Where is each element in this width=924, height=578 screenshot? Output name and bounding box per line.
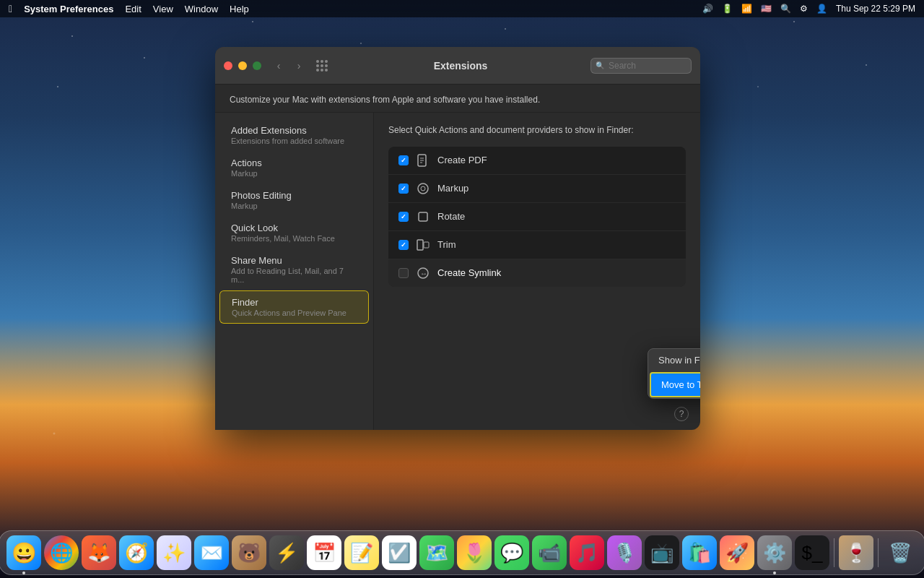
app-name-menu[interactable]: System Preferences: [24, 4, 113, 14]
close-button[interactable]: [224, 61, 232, 70]
control-center-icon[interactable]: ⚙: [800, 4, 808, 14]
dock-icon-terminal[interactable]: $_: [795, 535, 829, 570]
dock-icon-launchpad[interactable]: 🚀: [720, 535, 754, 570]
sidebar: Added Extensions Extensions from added s…: [215, 113, 374, 430]
traffic-lights: [224, 61, 261, 70]
window-title: Extensions: [331, 60, 590, 72]
dock-icon-mail[interactable]: ✉️: [194, 535, 229, 570]
dock-icon-appstore[interactable]: 🛍️: [682, 535, 717, 570]
subtitle-text: Customize your Mac with extensions from …: [215, 85, 700, 113]
search-input[interactable]: [590, 58, 692, 74]
dock-icon-messages[interactable]: 💬: [494, 535, 529, 570]
sidebar-item-share-menu[interactable]: Share Menu Add to Reading List, Mail, an…: [219, 249, 369, 290]
markup-icon: [416, 181, 430, 196]
sidebar-item-photos-editing[interactable]: Photos Editing Markup: [219, 184, 369, 216]
checkbox-create-symlink[interactable]: [398, 268, 409, 278]
extension-row-rotate: Rotate: [388, 203, 686, 231]
dock-icon-curseforge[interactable]: ⚡: [269, 535, 304, 570]
rotate-icon: [416, 210, 430, 224]
forward-button[interactable]: ›: [290, 59, 308, 72]
trim-icon: [416, 238, 430, 252]
extension-row-create-symlink: ↔ Create Symlink: [388, 259, 686, 287]
context-menu: Show in Finder Move to Trash: [648, 348, 700, 399]
content-header: Select Quick Actions and document provid…: [388, 124, 686, 137]
back-button[interactable]: ‹: [270, 59, 287, 72]
extension-row-markup: Markup: [388, 175, 686, 203]
notch-icon: 👤: [816, 4, 827, 14]
dock-icon-photos[interactable]: 🌷: [457, 535, 492, 570]
create-symlink-icon: ↔: [416, 266, 430, 280]
view-menu[interactable]: View: [153, 4, 173, 14]
sidebar-item-finder[interactable]: Finder Quick Actions and Preview Pane: [219, 290, 369, 324]
dock-separator-2: [878, 538, 879, 567]
extension-row-trim: Trim: [388, 231, 686, 259]
dock-icon-siri[interactable]: ✨: [157, 535, 191, 570]
create-symlink-label: Create Symlink: [437, 267, 501, 278]
volume-icon: 🔊: [702, 4, 713, 14]
titlebar: ‹ › Extensions 🔍: [215, 47, 700, 85]
trim-label: Trim: [437, 239, 456, 250]
dock-icon-calendar[interactable]: 📅: [307, 535, 341, 570]
dock-icon-appletv[interactable]: 📺: [645, 535, 679, 570]
create-pdf-label: Create PDF: [437, 155, 487, 165]
dock-icon-notes[interactable]: 📝: [344, 535, 379, 570]
svg-point-5: [421, 186, 425, 191]
edit-menu[interactable]: Edit: [125, 4, 141, 14]
extension-row-create-pdf: Create PDF: [388, 147, 686, 175]
checkbox-markup[interactable]: [398, 184, 409, 194]
extensions-list: Create PDF Markup: [388, 147, 686, 287]
dock-icon-chrome[interactable]: 🌐: [44, 535, 79, 570]
sidebar-item-quick-look[interactable]: Quick Look Reminders, Mail, Watch Face: [219, 217, 369, 249]
dock-icon-maps[interactable]: 🗺️: [419, 535, 454, 570]
dock-icon-music[interactable]: 🎵: [570, 535, 604, 570]
context-menu-move-to-trash[interactable]: Move to Trash: [650, 372, 700, 397]
system-preferences-window: ‹ › Extensions 🔍 Customize your Mac with…: [215, 47, 700, 430]
dock-icon-finder[interactable]: 😀: [6, 535, 41, 570]
sidebar-item-actions[interactable]: Actions Markup: [219, 152, 369, 184]
dock-separator: [834, 538, 834, 567]
wifi-icon: 📶: [741, 4, 752, 14]
datetime-display: Thu Sep 22 5:29 PM: [836, 4, 915, 14]
context-menu-show-in-finder[interactable]: Show in Finder: [648, 349, 700, 371]
dock-icon-firefox[interactable]: 🦊: [82, 535, 116, 570]
minimize-button[interactable]: [238, 61, 247, 70]
rotate-label: Rotate: [437, 211, 465, 222]
help-menu[interactable]: Help: [230, 4, 249, 14]
dock-icon-facetime[interactable]: 📹: [532, 535, 567, 570]
dock-icon-podcasts[interactable]: 🎙️: [607, 535, 642, 570]
sidebar-item-added-extensions[interactable]: Added Extensions Extensions from added s…: [219, 119, 369, 151]
checkbox-trim[interactable]: [398, 240, 409, 250]
checkbox-rotate[interactable]: [398, 212, 409, 222]
window-menu[interactable]: Window: [185, 4, 218, 14]
dock-icon-bear[interactable]: 🐻: [232, 535, 266, 570]
dock: 😀 🌐 🦊 🧭 ✨ ✉️ 🐻 ⚡ 📅 📝 ☑️ 🗺️ 🌷 💬 📹 🎵 🎙️ 📺 …: [0, 530, 924, 575]
dock-icon-wineskin[interactable]: 🍷: [839, 535, 873, 570]
dock-icon-safari[interactable]: 🧭: [119, 535, 154, 570]
flag-icon: 🇺🇸: [761, 4, 772, 14]
maximize-button[interactable]: [253, 61, 261, 70]
svg-rect-6: [419, 212, 427, 221]
apple-menu[interactable]: : [9, 3, 12, 14]
battery-icon: 🔋: [722, 4, 733, 14]
dock-icon-reminders[interactable]: ☑️: [382, 535, 417, 570]
dock-icon-trash[interactable]: 🗑️: [883, 535, 918, 570]
create-pdf-icon: [416, 153, 430, 168]
main-area: Added Extensions Extensions from added s…: [215, 113, 700, 430]
svg-text:↔: ↔: [420, 269, 427, 277]
content-area: Select Quick Actions and document provid…: [374, 113, 700, 430]
markup-label: Markup: [437, 183, 468, 194]
svg-rect-7: [417, 240, 423, 250]
dock-icon-sysprefs[interactable]: ⚙️: [757, 535, 792, 570]
help-button[interactable]: ?: [674, 407, 689, 421]
svg-point-4: [418, 184, 428, 194]
menubar:  System Preferences Edit View Window He…: [0, 0, 924, 17]
window-content: Customize your Mac with extensions from …: [215, 85, 700, 430]
search-menubar-icon[interactable]: 🔍: [780, 4, 791, 14]
svg-rect-8: [424, 242, 429, 248]
grid-button[interactable]: [313, 59, 331, 72]
checkbox-create-pdf[interactable]: [398, 155, 409, 165]
desktop:  System Preferences Edit View Window He…: [0, 0, 924, 578]
